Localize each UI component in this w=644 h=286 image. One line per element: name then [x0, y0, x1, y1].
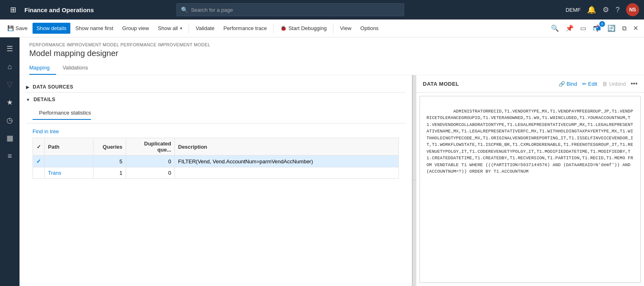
show-all-button[interactable]: Show all ▾: [154, 23, 186, 34]
top-nav-bar: ⊞ Finance and Operations 🔍 DEMF 🔔 ⚙ ? NS: [0, 0, 644, 20]
page-title: Model mapping designer: [29, 49, 634, 58]
save-button[interactable]: 💾 Save: [3, 23, 32, 34]
app-title: Finance and Operations: [24, 6, 94, 13]
data-sources-header[interactable]: ▶ DATA SOURCES: [26, 82, 405, 92]
right-panel: DATA MODEL 🔗 Bind ✏ Edit 🗑 Unbind: [416, 75, 644, 286]
col-queries[interactable]: Queries: [94, 138, 126, 156]
unbind-button[interactable]: 🗑 Unbind: [602, 81, 626, 87]
close-button[interactable]: ✕: [631, 23, 641, 34]
sidebar-list-button[interactable]: ≡: [2, 148, 18, 164]
grid-menu-button[interactable]: ⊞: [5, 2, 21, 18]
details-section: ▼ DETAILS Performance statistics: [26, 94, 405, 124]
settings-button[interactable]: ⚙: [603, 5, 609, 14]
help-button[interactable]: ?: [616, 6, 620, 14]
col-description[interactable]: Description: [175, 138, 399, 156]
options-button[interactable]: Options: [356, 23, 383, 34]
show-name-first-button[interactable]: Show name first: [71, 23, 117, 34]
bind-button[interactable]: 🔗 Bind: [559, 81, 577, 87]
col-check: ✓: [33, 138, 45, 156]
tab-validations[interactable]: Validations: [63, 61, 95, 75]
more-actions-button[interactable]: •••: [631, 80, 637, 87]
search-icon: 🔍: [181, 6, 188, 13]
page-header: PERFORMANCE IMPROVEMENT MODEL PERFORMANC…: [20, 37, 644, 75]
sidebar: ☰ ⌂ ▽ ★ ◷ ▦ ≡: [0, 37, 20, 286]
filter-icon: ▽: [7, 80, 13, 89]
data-sources-expand-icon: ▶: [26, 85, 30, 89]
cmd-right-actions: 🔍 📌 ▭ 📬 0 🔄 ⧉ ✕: [548, 23, 641, 34]
save-icon: 💾: [7, 25, 14, 31]
group-view-button[interactable]: Group view: [118, 23, 153, 34]
avatar[interactable]: NS: [626, 3, 639, 16]
sidebar-favorites-button[interactable]: ★: [2, 94, 18, 110]
sql-text-area: ADMINISTRATORRECID,T1.VENDORTYPE_MX,T1.V…: [420, 96, 641, 283]
details-collapse-icon: ▼: [26, 98, 30, 102]
right-panel-actions: 🔗 Bind ✏ Edit 🗑 Unbind •••: [559, 80, 637, 87]
row1-path: [45, 156, 94, 167]
row2-path: Trans: [45, 167, 94, 179]
table-row[interactable]: ✓ 5 0 FILTER(Ve: [33, 156, 399, 167]
table-header-row: ✓ Path Queries Duplicated que...: [33, 138, 399, 156]
link-icon: 🔗: [559, 81, 565, 87]
row2-duplicated: 0: [126, 167, 175, 179]
ellipsis-icon: •••: [631, 80, 637, 87]
table-row[interactable]: Trans 1 0: [33, 167, 399, 179]
sidebar-workspaces-button[interactable]: ▦: [2, 130, 18, 146]
main-layout: ☰ ⌂ ▽ ★ ◷ ▦ ≡ PERFORMANCE IMPROVEMENT MO…: [0, 37, 644, 286]
bug-icon: 🐞: [280, 25, 287, 31]
search-box: 🔍: [176, 3, 404, 16]
edit-button[interactable]: ✏ Edit: [582, 81, 597, 87]
data-model-label: DATA MODEL: [423, 81, 459, 87]
sidebar-hamburger-button[interactable]: ☰: [2, 41, 18, 57]
pin-button[interactable]: 📌: [563, 23, 576, 34]
edit-icon: ✏: [582, 81, 587, 87]
clock-icon: ◷: [7, 116, 13, 125]
row2-check: [33, 167, 45, 179]
data-sources-label: DATA SOURCES: [33, 84, 74, 90]
tabs: Mapping Validations: [29, 61, 634, 75]
row1-description: FILTER(Vend, Vend.AccountNum=parmVendAcc…: [175, 156, 399, 167]
tab-mapping[interactable]: Mapping: [29, 61, 56, 75]
separator-2: [273, 24, 274, 33]
sidebar-recent-button[interactable]: ◷: [2, 112, 18, 128]
details-content: Performance statistics: [26, 105, 405, 123]
performance-trace-button[interactable]: Performance trace: [219, 23, 271, 34]
sidebar-filter-button[interactable]: ▽: [2, 76, 18, 93]
row1-check: ✓: [33, 156, 45, 167]
view-button[interactable]: View: [336, 23, 355, 34]
open-new-button[interactable]: ⧉: [620, 23, 629, 34]
search-input[interactable]: [191, 7, 400, 13]
search-cmd-button[interactable]: 🔍: [548, 23, 561, 34]
find-in-tree-link[interactable]: Find in tree: [26, 125, 59, 138]
star-icon: ★: [7, 98, 13, 107]
row2-description: [175, 167, 399, 179]
grid-icon: ⊞: [10, 5, 16, 14]
separator-3: [333, 24, 333, 33]
sidebar-home-button[interactable]: ⌂: [2, 58, 18, 75]
env-label: DEMF: [566, 7, 581, 13]
data-sources-section: ▶ DATA SOURCES: [26, 82, 405, 93]
left-panel: ▶ DATA SOURCES ▼ DETAILS Performance sta…: [20, 75, 413, 286]
show-all-chevron-icon: ▾: [180, 26, 182, 30]
refresh-button[interactable]: 🔄: [605, 23, 618, 34]
workspaces-icon: ▦: [7, 134, 13, 143]
performance-stats-tab[interactable]: Performance statistics: [33, 108, 91, 120]
panel-divider[interactable]: ⋮: [413, 75, 416, 286]
panel-button[interactable]: ▭: [578, 23, 589, 34]
details-header[interactable]: ▼ DETAILS: [26, 94, 405, 105]
row2-queries: 1: [94, 167, 126, 179]
main-content: PERFORMANCE IMPROVEMENT MODEL PERFORMANC…: [20, 37, 644, 286]
right-panel-header: DATA MODEL 🔗 Bind ✏ Edit 🗑 Unbind: [416, 75, 644, 93]
notification-button[interactable]: 🔔: [587, 5, 596, 14]
notification-count-button[interactable]: 📬 0: [590, 23, 603, 34]
command-bar: 💾 Save Show details Show name first Grou…: [0, 20, 644, 37]
validate-button[interactable]: Validate: [191, 23, 218, 34]
unlink-icon: 🗑: [602, 81, 607, 87]
hamburger-icon: ☰: [7, 44, 13, 53]
col-path[interactable]: Path: [45, 138, 94, 156]
row1-duplicated: 0: [126, 156, 175, 167]
top-nav-right: DEMF 🔔 ⚙ ? NS: [566, 3, 639, 16]
show-details-button[interactable]: Show details: [33, 23, 71, 34]
start-debugging-button[interactable]: 🐞 Start Debugging: [276, 23, 331, 34]
details-label: DETAILS: [33, 97, 55, 102]
col-duplicated[interactable]: Duplicated que...: [126, 138, 175, 156]
